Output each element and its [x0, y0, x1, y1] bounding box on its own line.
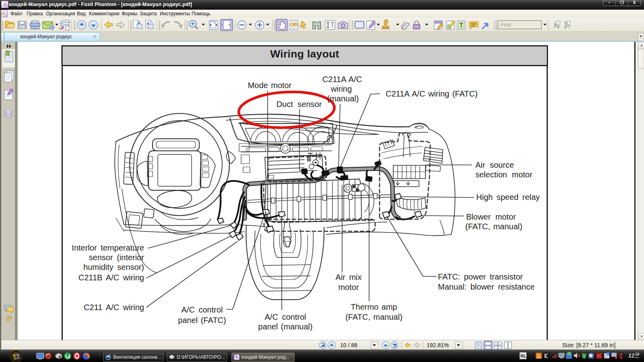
svg-text:A/C control: A/C control: [265, 313, 306, 321]
svg-text:sensor (interior: sensor (interior: [89, 253, 144, 262]
svg-text:50: 50: [635, 352, 639, 356]
svg-text:C211 A/C wiring: C211 A/C wiring: [84, 303, 144, 312]
svg-text:High speed relay: High speed relay: [476, 193, 540, 202]
svg-text:C211A A/C: C211A A/C: [322, 75, 362, 84]
svg-text:(FATC, manual): (FATC, manual): [465, 222, 522, 231]
svg-text:Size: [8.27 * 11.69 in]: Size: [8.27 * 11.69 in]: [562, 342, 615, 348]
svg-text:C211B A/C wiring: C211B A/C wiring: [78, 273, 144, 282]
svg-text:Blower motor: Blower motor: [466, 212, 516, 221]
svg-text:Wiring layout: Wiring layout: [270, 48, 339, 60]
svg-text:10 / 88: 10 / 88: [340, 342, 357, 348]
svg-text:12: 12: [628, 352, 635, 359]
svg-text:A/C control: A/C control: [182, 305, 223, 314]
svg-text:wiring: wiring: [330, 84, 352, 93]
svg-text:humidity sensor): humidity sensor): [83, 263, 144, 272]
svg-text:Air mix: Air mix: [335, 273, 361, 282]
svg-text:Mode motor: Mode motor: [248, 81, 292, 90]
svg-text:FATC: power transistor: FATC: power transistor: [438, 272, 523, 281]
svg-text:panel (FATC): panel (FATC): [178, 316, 226, 325]
svg-text:Find: Find: [501, 22, 511, 28]
svg-text:panel (manual): panel (manual): [258, 322, 312, 331]
svg-text:Manual: blower resistance: Manual: blower resistance: [438, 282, 535, 291]
svg-text:motor: motor: [338, 283, 359, 292]
svg-text:selection motor: selection motor: [475, 170, 533, 179]
svg-text:RL: RL: [520, 354, 526, 358]
svg-text:C211A A/C wiring (FATC): C211A A/C wiring (FATC): [386, 89, 478, 98]
svg-text:(FATC, manual): (FATC, manual): [345, 313, 402, 321]
svg-text:Thermo amp: Thermo amp: [351, 302, 397, 311]
svg-text:(manual): (manual): [327, 94, 359, 103]
svg-text:Duct sensor: Duct sensor: [277, 100, 322, 109]
svg-text:Interlor temperature: Interlor temperature: [72, 243, 144, 252]
svg-text:Air source: Air source: [475, 160, 514, 169]
svg-text:192.81%: 192.81%: [427, 342, 449, 348]
